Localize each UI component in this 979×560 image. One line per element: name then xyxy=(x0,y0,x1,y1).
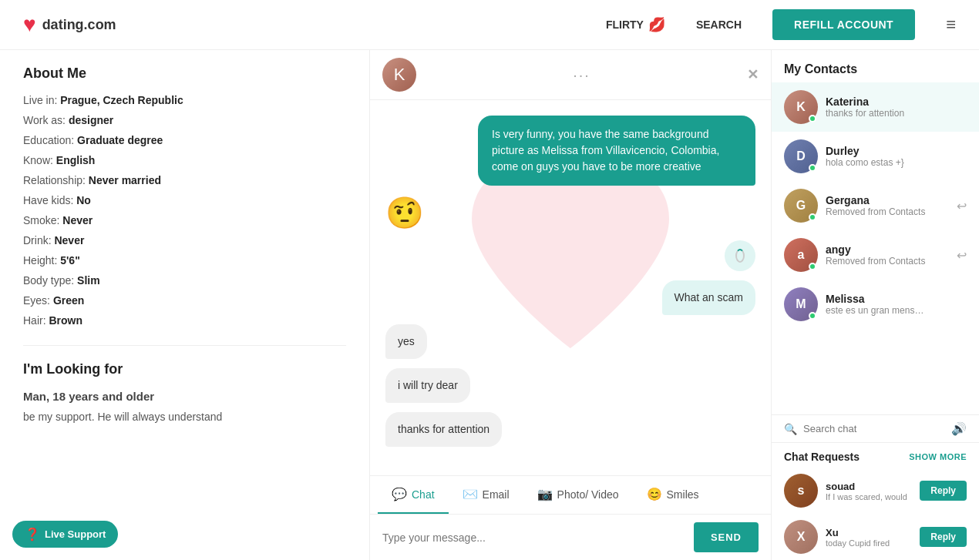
contact-info: angy Removed from Contacts xyxy=(826,243,949,267)
request-preview: If I was scared, would xyxy=(826,492,910,501)
chat-requests-title: Chat Requests xyxy=(784,451,860,463)
about-field: Education: Graduate degree xyxy=(23,134,346,146)
right-panel: My Contacts K Katerina thanks for attent… xyxy=(771,50,979,560)
about-field: Relationship: Never married xyxy=(23,174,346,186)
about-field: Work as: designer xyxy=(23,114,346,126)
looking-subtitle: Man, 18 years and older xyxy=(23,390,346,403)
lips-icon: 💋 xyxy=(648,16,665,33)
main-nav: FLIRTY 💋 SEARCH REFILL ACCOUNT ≡ xyxy=(606,9,956,40)
online-indicator xyxy=(809,164,816,172)
nav-search[interactable]: SEARCH xyxy=(696,18,742,31)
chat-tabs: 💬 Chat ✉️ Email 📷 Photo/ Video 😊 Smiles xyxy=(370,475,771,514)
looking-desc: be my support. He will always understand xyxy=(23,409,346,425)
chat-panel: K ··· ✕ Is very funny, you have the same… xyxy=(370,50,771,560)
about-fields: Live in: Prague, Czech RepublicWork as: … xyxy=(23,94,346,327)
contact-avatar: K xyxy=(784,90,818,124)
contact-avatar: a xyxy=(784,238,818,272)
about-field: Live in: Prague, Czech Republic xyxy=(23,94,346,106)
logo-heart-icon: ♥ xyxy=(23,12,36,37)
chat-more-icon[interactable]: ··· xyxy=(573,66,590,84)
request-name: souad xyxy=(826,481,912,492)
contact-name: Durley xyxy=(826,145,967,157)
contact-info: Katerina thanks for attention xyxy=(826,96,967,119)
tab-email-label: Email xyxy=(483,488,510,501)
nav-flirty-label: FLIRTY xyxy=(606,18,644,31)
chat-close-icon[interactable]: ✕ xyxy=(747,66,759,83)
contact-name: Katerina xyxy=(826,96,967,108)
refill-button[interactable]: REFILL ACCOUNT xyxy=(772,9,915,40)
contact-preview: hola como estas +} xyxy=(826,157,926,168)
about-field: Drink: Never xyxy=(23,234,346,246)
search-icon: 🔍 xyxy=(784,423,797,435)
hamburger-icon[interactable]: ≡ xyxy=(946,15,956,35)
live-support-label: Live Support xyxy=(45,528,106,540)
tab-email[interactable]: ✉️ Email xyxy=(449,476,523,514)
contact-preview: este es un gran mensaje ... xyxy=(826,305,926,316)
message-in-try: i will try dear xyxy=(385,368,470,403)
contact-item[interactable]: a angy Removed from Contacts ↩ xyxy=(772,230,979,280)
about-field: Eyes: Green xyxy=(23,294,346,307)
live-support-button[interactable]: ❓ Live Support xyxy=(12,521,118,548)
request-preview: today Cupid fired xyxy=(826,538,910,548)
nav-flirty[interactable]: FLIRTY 💋 xyxy=(606,16,665,33)
message-in-yes: yes xyxy=(385,324,427,359)
send-button[interactable]: SEND xyxy=(694,522,759,552)
message-emoji: 🤨 xyxy=(385,195,424,231)
contact-name: Melissa xyxy=(826,293,967,305)
about-field: Body type: Slim xyxy=(23,274,346,287)
contact-item[interactable]: G Gergana Removed from Contacts ↩ xyxy=(772,181,979,230)
avatar-initial: G xyxy=(796,199,806,213)
request-info: souad If I was scared, would xyxy=(826,481,912,501)
chat-input[interactable] xyxy=(382,531,686,544)
show-more-button[interactable]: SHOW MORE xyxy=(909,452,967,461)
undo-icon[interactable]: ↩ xyxy=(957,248,967,263)
undo-icon[interactable]: ↩ xyxy=(957,199,967,213)
contact-info: Melissa este es un gran mensaje ... xyxy=(826,293,967,316)
main-layout: About Me Live in: Prague, Czech Republic… xyxy=(0,50,979,560)
contact-info: Durley hola como estas +} xyxy=(826,145,967,168)
request-list: s souad If I was scared, would Reply X X… xyxy=(772,468,979,560)
reply-button[interactable]: Reply xyxy=(920,481,967,501)
contact-name: Gergana xyxy=(826,194,949,206)
avatar-initial: M xyxy=(796,297,806,311)
tab-photo-label: Photo/ Video xyxy=(557,488,619,501)
request-avatar-initial: X xyxy=(784,520,818,554)
contact-info: Gergana Removed from Contacts xyxy=(826,194,949,217)
chat-requests-header: Chat Requests SHOW MORE xyxy=(772,442,979,468)
contact-item[interactable]: M Melissa este es un gran mensaje ... xyxy=(772,280,979,329)
contact-item[interactable]: D Durley hola como estas +} xyxy=(772,132,979,181)
request-avatar-initial: s xyxy=(784,474,818,508)
avatar-placeholder: K xyxy=(394,65,405,85)
sound-icon[interactable]: 🔊 xyxy=(951,421,967,436)
about-field: Hair: Brown xyxy=(23,314,346,327)
contact-preview: thanks for attention xyxy=(826,108,926,119)
tab-chat-label: Chat xyxy=(412,488,435,501)
loading-spinner xyxy=(735,249,745,263)
contact-item[interactable]: K Katerina thanks for attention xyxy=(772,82,979,132)
chat-tab-smiles-icon: 😊 xyxy=(647,487,662,501)
message-out-1: Is very funny, you have the same backgro… xyxy=(478,116,755,186)
contact-avatar: M xyxy=(784,287,818,321)
contacts-header: My Contacts xyxy=(772,50,979,82)
tab-chat[interactable]: 💬 Chat xyxy=(378,476,449,514)
contact-preview: Removed from Contacts xyxy=(826,206,926,217)
about-field: Have kids: No xyxy=(23,194,346,206)
request-item: s souad If I was scared, would Reply xyxy=(772,468,979,514)
chat-body: Is very funny, you have the same backgro… xyxy=(370,100,771,475)
chat-messages: Is very funny, you have the same backgro… xyxy=(385,116,755,447)
about-field: Know: English xyxy=(23,154,346,166)
search-chat-row: 🔍 🔊 xyxy=(772,414,979,442)
avatar-initial: a xyxy=(798,248,805,262)
request-info: Xu today Cupid fired xyxy=(826,527,912,548)
logo-text: dating.com xyxy=(42,17,116,33)
reply-button[interactable]: Reply xyxy=(920,527,967,547)
online-indicator xyxy=(809,115,816,122)
message-in-thanks: thanks for attention xyxy=(385,412,502,447)
logo[interactable]: ♥ dating.com xyxy=(23,12,116,37)
tab-photo-video[interactable]: 📷 Photo/ Video xyxy=(523,476,633,514)
search-chat-input[interactable] xyxy=(803,423,945,434)
chat-header-left: K xyxy=(382,58,416,92)
chat-tab-chat-icon: 💬 xyxy=(392,487,407,501)
chat-input-row: SEND xyxy=(370,514,771,560)
tab-smiles[interactable]: 😊 Smiles xyxy=(633,476,713,514)
